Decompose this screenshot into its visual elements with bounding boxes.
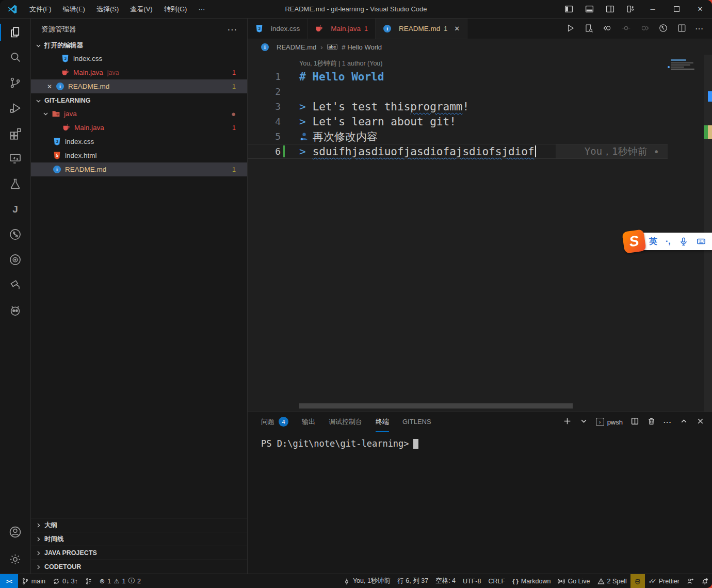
open-editors-header[interactable]: 打开的编辑器 — [31, 39, 247, 52]
terminal-shell-item[interactable]: › pwsh — [596, 418, 623, 426]
terminal-output[interactable]: PS D:\git\note\git-learning> — [248, 432, 712, 449]
gitlens-status-item[interactable] — [82, 574, 96, 588]
sogou-logo-icon[interactable]: S — [622, 229, 646, 253]
activity-extensions[interactable] — [0, 121, 30, 146]
section-outline[interactable]: 大纲 — [31, 518, 247, 532]
encoding-item[interactable]: UTF-8 — [459, 574, 484, 588]
activity-java-projects[interactable]: J — [0, 197, 30, 222]
tab-index-css[interactable]: 3 index.css — [248, 19, 308, 39]
close-panel-icon[interactable] — [696, 417, 705, 427]
open-editor-main-java[interactable]: Main.java java 1 — [31, 66, 247, 79]
panel-tab-debug-console[interactable]: 调试控制台 — [329, 412, 362, 432]
toggle-sidebar-icon[interactable] — [558, 5, 579, 13]
close-icon[interactable]: ✕ — [45, 83, 54, 90]
broadcast-icon — [558, 578, 565, 585]
notifications-item[interactable] — [698, 574, 712, 588]
menu-more[interactable]: ··· — [192, 3, 211, 16]
settings-button[interactable] — [0, 545, 30, 574]
close-icon[interactable]: ✕ — [454, 25, 460, 32]
ime-language-mode[interactable]: 英 — [649, 236, 657, 247]
tree-folder-java[interactable]: java ● — [31, 107, 247, 121]
toggle-panel-icon[interactable] — [579, 5, 600, 13]
git-branch-item[interactable]: main — [18, 574, 49, 588]
prettier-item[interactable]: ✓✓ Prettier — [645, 574, 683, 588]
new-terminal-icon[interactable] — [563, 417, 572, 427]
remote-indicator[interactable]: >< — [0, 574, 18, 588]
activity-search[interactable] — [0, 45, 30, 70]
indentation-item[interactable]: 空格: 4 — [432, 574, 459, 588]
activity-gitlens[interactable] — [0, 222, 30, 247]
cursor-position-item[interactable]: 行 6, 列 37 — [394, 574, 432, 588]
activity-explorer[interactable] — [0, 20, 30, 45]
maximize-button[interactable] — [665, 0, 688, 18]
problem-badge: 1 — [232, 83, 236, 90]
gitlens-next-change-icon[interactable] — [640, 23, 650, 35]
explorer-more-actions-icon[interactable]: ··· — [228, 26, 238, 34]
markdown-preview-icon[interactable] — [584, 23, 594, 35]
tree-file-readme-md[interactable]: i README.md 1 — [31, 162, 247, 176]
microphone-icon[interactable] — [679, 237, 688, 246]
git-sync-item[interactable]: 0↓ 3↑ — [49, 574, 82, 588]
customize-layout-icon[interactable] — [620, 5, 641, 13]
panel-tab-gitlens[interactable]: GITLENS — [402, 412, 431, 432]
gitlens-change-icon[interactable] — [621, 23, 631, 35]
breadcrumb[interactable]: i README.md › abc # Hello World — [248, 39, 712, 55]
menu-selection[interactable]: 选择(S) — [91, 3, 124, 16]
workspace-root[interactable]: GIT-LEARNING — [31, 94, 247, 107]
tab-main-java[interactable]: Main.java 1 — [308, 19, 376, 39]
panel-tab-problems[interactable]: 问题 4 — [261, 412, 288, 432]
panel-more-icon[interactable]: ··· — [664, 418, 672, 426]
menu-view[interactable]: 查看(V) — [124, 3, 158, 16]
toggle-secondary-sidebar-icon[interactable] — [600, 5, 620, 13]
more-actions-icon[interactable]: ··· — [695, 25, 704, 32]
menu-file[interactable]: 文件(F) — [24, 3, 57, 16]
activity-tour-pour[interactable] — [0, 272, 30, 298]
tab-readme-md[interactable]: i README.md 1 ✕ — [376, 19, 467, 39]
title-bar: 文件(F) 编辑(E) 选择(S) 查看(V) 转到(G) ··· README… — [0, 0, 712, 19]
panel-tab-terminal[interactable]: 终端 — [376, 412, 389, 432]
problems-status-item[interactable]: ⊗1 ⚠1 ⓘ2 — [96, 574, 144, 588]
go-live-item[interactable]: Go Live — [554, 574, 593, 588]
keyboard-icon[interactable] — [697, 237, 706, 246]
run-button-icon[interactable] — [565, 23, 575, 35]
open-editor-readme-md[interactable]: ✕ i README.md 1 — [31, 79, 247, 93]
added-mark — [704, 125, 708, 139]
close-button[interactable]: ✕ — [688, 0, 712, 18]
modified-dot-badge: ● — [231, 109, 236, 118]
activity-testing[interactable] — [0, 171, 30, 197]
accounts-button[interactable] — [0, 519, 30, 545]
split-terminal-icon[interactable] — [630, 417, 639, 427]
activity-run-debug[interactable] — [0, 95, 30, 121]
gitlens-prev-change-icon[interactable] — [603, 23, 612, 35]
split-editor-icon[interactable] — [677, 23, 687, 35]
terminal-dropdown-icon[interactable] — [579, 417, 588, 427]
section-timeline[interactable]: 时间线 — [31, 532, 247, 546]
maximize-panel-icon[interactable] — [679, 417, 688, 427]
language-mode-item[interactable]: { } Markdown — [509, 574, 554, 588]
codelens-blame[interactable]: You, 1秒钟前 | 1 author (You) — [299, 58, 668, 69]
horizontal-scrollbar[interactable] — [299, 403, 573, 409]
gitlens-branch-icon — [85, 578, 92, 585]
spell-checker-item[interactable]: 2 Spell — [594, 574, 630, 588]
eol-item[interactable]: CRLF — [484, 574, 509, 588]
ai-assistant-status-item[interactable] — [630, 574, 645, 588]
tree-file-index-html[interactable]: 5 index.html — [31, 149, 247, 162]
menu-goto[interactable]: 转到(G) — [158, 3, 193, 16]
feedback-item[interactable] — [683, 574, 698, 588]
section-java-projects[interactable]: JAVA PROJECTS — [31, 546, 247, 560]
menu-edit[interactable]: 编辑(E) — [57, 3, 91, 16]
activity-codetour[interactable] — [0, 247, 30, 272]
kill-terminal-icon[interactable] — [647, 417, 656, 427]
ime-punctuation-mode[interactable]: ·, — [666, 237, 671, 246]
activity-remote-explorer[interactable] — [0, 146, 30, 171]
gitlens-graph-icon[interactable] — [658, 23, 668, 35]
activity-ai-assistant[interactable] — [0, 298, 30, 323]
minimize-button[interactable]: ─ — [641, 0, 665, 18]
tree-file-index-css[interactable]: 3 index.css — [31, 135, 247, 149]
open-editor-index-css[interactable]: 3 index.css — [31, 52, 247, 66]
activity-source-control[interactable] — [0, 70, 30, 95]
tree-file-main-java[interactable]: Main.java 1 — [31, 121, 247, 135]
section-codetour[interactable]: CODETOUR — [31, 560, 247, 574]
panel-tab-output[interactable]: 输出 — [302, 412, 315, 432]
blame-status-item[interactable]: You, 1秒钟前 — [339, 574, 394, 588]
